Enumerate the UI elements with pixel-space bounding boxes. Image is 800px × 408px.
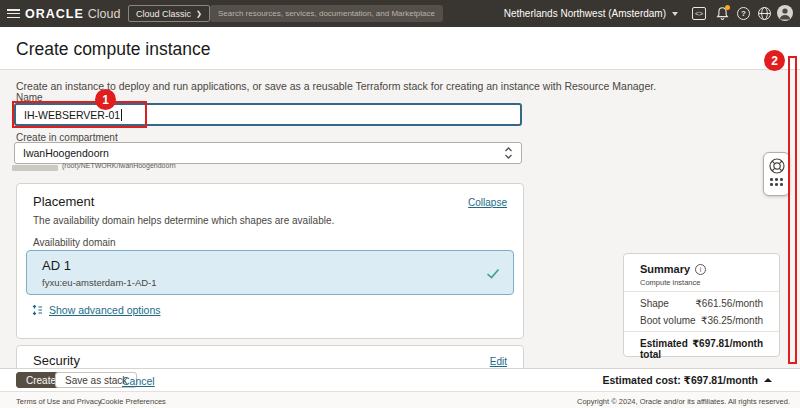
brand-oracle: ORACLE: [25, 7, 84, 21]
collapse-link[interactable]: Collapse: [468, 197, 507, 208]
annotation-box-name-field: [12, 101, 147, 128]
chevron-right-icon: ❯: [196, 10, 202, 18]
row-value: ₹36.25/month: [701, 315, 763, 326]
compartment-path: (root)/NETWORK/IwanHoogendoorn: [62, 162, 176, 169]
title-band: Create compute instance: [0, 27, 800, 70]
terms-link[interactable]: Terms of Use and Privacy: [16, 397, 101, 406]
chevron-up-icon: [764, 378, 772, 382]
copyright: Copyright © 2024, Oracle and/or its affi…: [577, 397, 790, 406]
summary-row-shape: Shape ₹661.56/month: [640, 298, 763, 309]
compartment-value: IwanHoogendoorn: [23, 147, 109, 159]
edit-link[interactable]: Edit: [490, 356, 507, 367]
footer: Terms of Use and Privacy Cookie Preferen…: [0, 391, 800, 408]
annotation-step-1: 1: [95, 89, 116, 110]
annotation-step-2: 2: [764, 50, 785, 71]
page-description: Create an instance to deploy and run app…: [16, 80, 656, 92]
security-title: Security: [33, 353, 80, 368]
availability-domain-option[interactable]: AD 1 fyxu:eu-amsterdam-1-AD-1: [26, 250, 514, 295]
user-avatar[interactable]: [777, 5, 793, 21]
summary-panel: Summary i Compute instance Shape ₹661.56…: [623, 253, 780, 357]
row-label: Boot volume: [640, 315, 696, 326]
estimated-cost-label: Estimated cost: ₹697.81/month: [602, 374, 758, 386]
notification-dot: [725, 5, 730, 10]
placement-description: The availability domain helps determine …: [33, 215, 334, 226]
oracle-cloud-console: ORACLE Cloud Cloud Classic ❯ Netherlands…: [0, 0, 800, 408]
menu-icon[interactable]: [7, 9, 20, 18]
cloud-classic-button[interactable]: Cloud Classic ❯: [128, 5, 210, 22]
help-icon[interactable]: ?: [737, 7, 750, 20]
language-globe-icon[interactable]: [757, 6, 772, 21]
cancel-link[interactable]: Cancel: [122, 375, 155, 387]
placement-section: Placement Collapse The availability doma…: [16, 183, 524, 339]
action-bar: Create Save as stack Cancel Estimated co…: [0, 368, 800, 391]
console-glyph: <>: [695, 10, 703, 17]
region-selector[interactable]: Netherlands Northwest (Amsterdam): [504, 0, 678, 27]
divider: [624, 291, 779, 292]
ad-id: fyxu:eu-amsterdam-1-AD-1: [42, 277, 157, 288]
info-icon[interactable]: i: [695, 264, 706, 275]
summary-row-total: Estimated total ₹697.81/month: [640, 338, 763, 360]
annotation-box-scrollbar: [788, 56, 797, 364]
brand-cloud: Cloud: [88, 7, 121, 21]
topbar: ORACLE Cloud Cloud Classic ❯ Netherlands…: [0, 0, 800, 27]
show-advanced-options[interactable]: Show advanced options: [31, 304, 161, 316]
support-widget[interactable]: [763, 152, 790, 196]
notifications-icon[interactable]: [715, 6, 730, 21]
row-label: Shape: [640, 298, 669, 309]
total-label: Estimated total: [640, 338, 692, 360]
cloud-classic-label: Cloud Classic: [136, 9, 191, 19]
divider: [624, 331, 779, 332]
total-value: ₹697.81/month: [692, 338, 763, 360]
support-lifering-icon: [768, 157, 786, 175]
person-icon: [777, 5, 793, 21]
chevron-down-icon: [672, 12, 678, 16]
advanced-options-icon: [31, 304, 43, 316]
summary-row-boot-volume: Boot volume ₹36.25/month: [640, 315, 763, 326]
oracle-cloud-logo[interactable]: ORACLE Cloud: [25, 0, 120, 27]
summary-subtitle: Compute instance: [640, 278, 700, 287]
search-input[interactable]: [210, 5, 443, 22]
cookie-preferences-link[interactable]: Cookie Preferences: [100, 397, 166, 406]
redacted-text: [12, 165, 58, 171]
page-title: Create compute instance: [16, 39, 211, 60]
ad-name: AD 1: [42, 258, 71, 273]
select-chevrons-icon: [504, 146, 513, 160]
estimated-cost[interactable]: Estimated cost: ₹697.81/month: [602, 374, 772, 386]
region-label: Netherlands Northwest (Amsterdam): [504, 8, 666, 19]
availability-domain-label: Availability domain: [33, 237, 116, 248]
cloud-shell-icon[interactable]: <>: [692, 7, 706, 20]
checkmark-icon: [486, 268, 500, 279]
drag-handle-icon[interactable]: [764, 178, 789, 186]
row-value: ₹661.56/month: [695, 298, 763, 309]
placement-title: Placement: [33, 194, 94, 209]
compartment-select[interactable]: IwanHoogendoorn: [14, 142, 522, 164]
help-glyph: ?: [741, 9, 746, 18]
show-advanced-options-link[interactable]: Show advanced options: [49, 304, 161, 316]
summary-title: Summary: [640, 263, 690, 275]
